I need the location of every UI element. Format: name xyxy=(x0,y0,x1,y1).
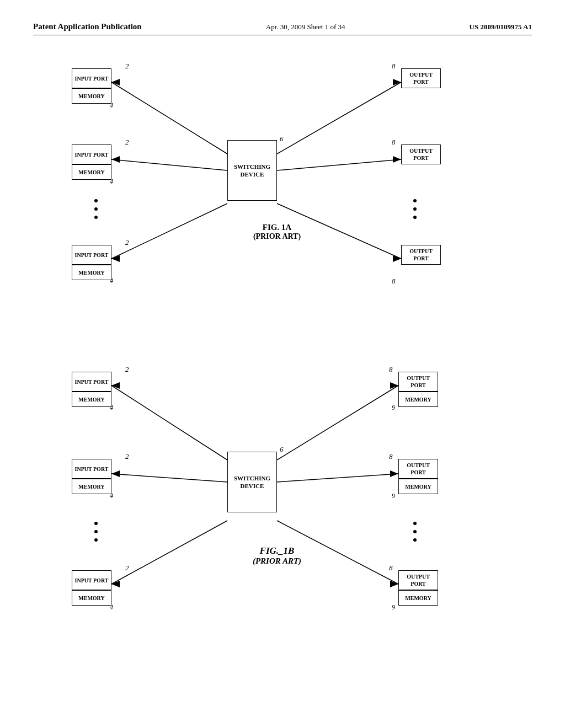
svg-point-33 xyxy=(413,522,417,525)
ref-6: 6 xyxy=(280,135,284,143)
svg-marker-11 xyxy=(393,255,401,262)
fig1b-label: FIG._1B (PRIOR ART) xyxy=(216,545,338,566)
svg-line-1 xyxy=(111,159,227,170)
ref8b-bot: 8 xyxy=(389,564,393,572)
output-port-3: OUTPUT PORT xyxy=(401,245,441,265)
input-port-b1: INPUT PORT xyxy=(72,372,111,392)
ref2b-mid: 2 xyxy=(125,452,129,461)
memory-b1: MEMORY xyxy=(72,392,111,407)
svg-point-34 xyxy=(413,530,417,533)
output-port-1: OUTPUT PORT xyxy=(401,68,441,88)
fig1b-title: FIG._1B xyxy=(216,545,338,556)
svg-point-31 xyxy=(94,530,98,533)
svg-marker-25 xyxy=(111,470,120,477)
fig1a-subtitle: (PRIOR ART) xyxy=(222,232,332,241)
input-port-2: INPUT PORT xyxy=(72,144,111,164)
svg-line-21 xyxy=(277,386,398,460)
fig1a-label: FIG. 1A (PRIOR ART) xyxy=(222,223,332,241)
svg-point-14 xyxy=(94,216,98,219)
svg-marker-7 xyxy=(111,156,120,163)
svg-line-18 xyxy=(111,386,227,460)
svg-line-22 xyxy=(277,474,398,482)
ref4b-mid: 4 xyxy=(110,492,113,500)
svg-line-2 xyxy=(111,204,227,259)
header-title: Patent Application Publication xyxy=(33,22,142,31)
ref9b-bot: 9 xyxy=(392,603,395,612)
input-port-b3: INPUT PORT xyxy=(72,570,111,590)
input-port-3: INPUT PORT xyxy=(72,245,111,265)
out-memory-b1: MEMORY xyxy=(398,392,438,407)
ref-4-mid: 4 xyxy=(110,178,113,186)
memory-1: MEMORY xyxy=(72,88,111,104)
svg-marker-28 xyxy=(390,470,398,477)
svg-point-35 xyxy=(413,538,417,542)
ref-2-mid: 2 xyxy=(125,138,129,147)
ref-2-top: 2 xyxy=(125,62,129,71)
output-port-b3: OUTPUT PORT xyxy=(398,570,438,590)
svg-point-16 xyxy=(413,207,417,211)
ref8b-mid: 8 xyxy=(389,452,393,461)
memory-b3: MEMORY xyxy=(72,590,111,606)
ref9b-top: 9 xyxy=(392,404,395,412)
ref-8-bot: 8 xyxy=(392,277,396,286)
output-port-b1: OUTPUT PORT xyxy=(398,372,438,392)
svg-marker-10 xyxy=(393,156,401,163)
input-port-1: INPUT PORT xyxy=(72,68,111,88)
ref6b: 6 xyxy=(280,445,284,454)
out-memory-b3: MEMORY xyxy=(398,590,438,606)
memory-3: MEMORY xyxy=(72,265,111,280)
header-patent-num: US 2009/0109975 A1 xyxy=(470,23,532,31)
svg-line-4 xyxy=(277,159,401,170)
diagram2-lines xyxy=(56,355,509,664)
svg-line-3 xyxy=(277,82,401,154)
ref4b-bot: 4 xyxy=(110,603,113,612)
input-port-b2: INPUT PORT xyxy=(72,459,111,479)
diagram-fig1b: INPUT PORT MEMORY 2 4 INPUT PORT MEMORY … xyxy=(56,355,509,664)
ref-8-mid: 8 xyxy=(392,138,396,147)
svg-point-12 xyxy=(94,199,98,202)
svg-point-15 xyxy=(413,199,417,202)
header-date-sheet: Apr. 30, 2009 Sheet 1 of 34 xyxy=(266,23,345,31)
diagrams-container: INPUT PORT MEMORY 2 4 INPUT PORT MEMORY … xyxy=(33,52,532,664)
output-port-2: OUTPUT PORT xyxy=(401,144,441,164)
svg-line-19 xyxy=(111,474,227,482)
svg-point-17 xyxy=(413,216,417,219)
out-memory-b2: MEMORY xyxy=(398,479,438,494)
memory-b2: MEMORY xyxy=(72,479,111,494)
svg-line-20 xyxy=(111,521,227,584)
switching-device-2: SWITCHING DEVICE xyxy=(227,452,277,512)
ref2b-bot: 2 xyxy=(125,564,129,572)
fig1a-title: FIG. 1A xyxy=(222,223,332,232)
ref-8-top: 8 xyxy=(392,62,396,71)
svg-point-30 xyxy=(94,522,98,525)
svg-point-32 xyxy=(94,538,98,542)
diagram-fig1a: INPUT PORT MEMORY 2 4 INPUT PORT MEMORY … xyxy=(56,52,509,328)
ref4b-top: 4 xyxy=(110,404,113,412)
output-port-b2: OUTPUT PORT xyxy=(398,459,438,479)
diagram1-lines xyxy=(56,52,509,328)
ref-2-bot: 2 xyxy=(125,238,129,247)
memory-2: MEMORY xyxy=(72,164,111,180)
ref8b-top: 8 xyxy=(389,365,393,374)
ref-4-bot: 4 xyxy=(110,277,113,285)
svg-point-13 xyxy=(94,207,98,211)
ref-4-top: 4 xyxy=(110,101,113,110)
ref9b-mid: 9 xyxy=(392,492,395,500)
ref2b-top: 2 xyxy=(125,365,129,374)
page: Patent Application Publication Apr. 30, … xyxy=(0,0,565,728)
page-header: Patent Application Publication Apr. 30, … xyxy=(33,22,532,35)
fig1b-subtitle: (PRIOR ART) xyxy=(216,556,338,566)
switching-device-1: SWITCHING DEVICE xyxy=(227,140,277,201)
